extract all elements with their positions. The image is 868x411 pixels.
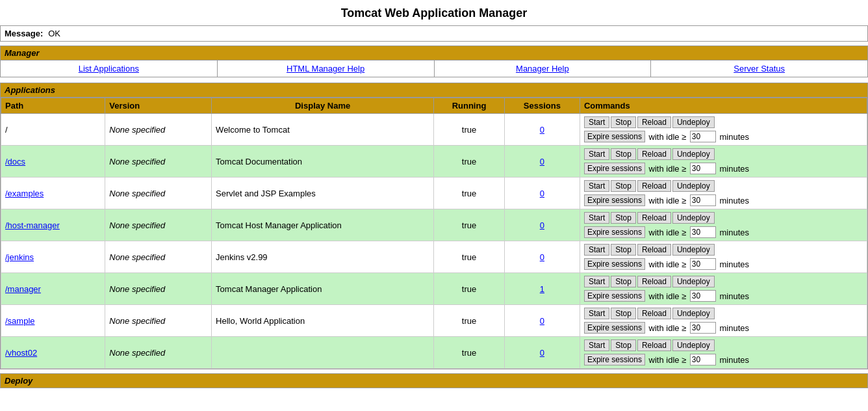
idle-input[interactable]	[690, 322, 716, 334]
reload-button[interactable]: Reload	[637, 148, 671, 160]
col-commands: Commands	[580, 98, 867, 114]
expire-sessions-button[interactable]: Expire sessions	[584, 131, 645, 142]
cell-display-name: Welcome to Tomcat	[212, 114, 434, 146]
session-link[interactable]: 0	[540, 125, 544, 135]
cell-path: /docs	[1, 146, 105, 178]
start-button[interactable]: Start	[584, 308, 609, 319]
idle-input[interactable]	[690, 258, 716, 270]
path-link[interactable]: /sample	[5, 316, 35, 326]
session-link[interactable]: 0	[540, 348, 544, 358]
expire-sessions-button[interactable]: Expire sessions	[584, 163, 645, 174]
start-button[interactable]: Start	[584, 276, 609, 287]
undeploy-button[interactable]: Undeploy	[672, 244, 715, 256]
undeploy-button[interactable]: Undeploy	[672, 148, 715, 160]
undeploy-button[interactable]: Undeploy	[672, 116, 715, 128]
undeploy-button[interactable]: Undeploy	[672, 276, 715, 287]
undeploy-button[interactable]: Undeploy	[672, 180, 715, 192]
cell-sessions: 0	[504, 178, 580, 209]
undeploy-button[interactable]: Undeploy	[672, 339, 715, 351]
with-idle-label: with idle ≥	[646, 355, 689, 365]
idle-input[interactable]	[690, 194, 716, 206]
session-link[interactable]: 0	[540, 316, 544, 326]
reload-button[interactable]: Reload	[637, 116, 671, 128]
stop-button[interactable]: Stop	[611, 212, 636, 224]
cell-version: None specified	[105, 114, 212, 146]
stop-button[interactable]: Stop	[611, 244, 636, 256]
path-link[interactable]: /vhost02	[5, 348, 37, 358]
stop-button[interactable]: Stop	[611, 339, 636, 351]
table-row: /vhost02 None specified true 0 Start Sto…	[1, 337, 867, 369]
path-link[interactable]: /host-manager	[5, 220, 60, 230]
col-running: Running	[434, 98, 505, 114]
cell-running: true	[434, 241, 505, 273]
session-link[interactable]: 0	[540, 157, 544, 166]
session-link[interactable]: 1	[540, 284, 544, 294]
stop-button[interactable]: Stop	[611, 148, 636, 160]
start-button[interactable]: Start	[584, 116, 609, 128]
html-manager-help-link[interactable]: HTML Manager Help	[218, 60, 435, 77]
cell-running: true	[434, 273, 505, 305]
expire-sessions-button[interactable]: Expire sessions	[584, 258, 645, 270]
page-title: Tomcat Web Application Manager	[0, 0, 868, 25]
session-link[interactable]: 0	[540, 220, 544, 230]
message-label: Message:	[5, 29, 43, 38]
expire-sessions-button[interactable]: Expire sessions	[584, 290, 645, 302]
reload-button[interactable]: Reload	[637, 339, 671, 351]
cell-commands: Start Stop Reload Undeploy Expire sessio…	[580, 305, 867, 337]
reload-button[interactable]: Reload	[637, 276, 671, 287]
stop-button[interactable]: Stop	[611, 116, 636, 128]
with-idle-label: with idle ≥	[646, 291, 689, 301]
cell-path: /sample	[1, 305, 105, 337]
cell-version: None specified	[105, 273, 212, 305]
manager-help-link[interactable]: Manager Help	[435, 60, 652, 77]
server-status-link[interactable]: Server Status	[651, 60, 867, 77]
stop-button[interactable]: Stop	[611, 308, 636, 319]
idle-input[interactable]	[690, 354, 716, 365]
path-link[interactable]: /manager	[5, 284, 41, 294]
cell-display-name: Tomcat Manager Application	[212, 273, 434, 305]
expire-sessions-button[interactable]: Expire sessions	[584, 194, 645, 206]
expire-sessions-button[interactable]: Expire sessions	[584, 226, 645, 238]
cell-version: None specified	[105, 178, 212, 209]
cell-commands: Start Stop Reload Undeploy Expire sessio…	[580, 209, 867, 241]
reload-button[interactable]: Reload	[637, 308, 671, 319]
idle-input[interactable]	[690, 290, 716, 302]
start-button[interactable]: Start	[584, 339, 609, 351]
expire-sessions-button[interactable]: Expire sessions	[584, 322, 645, 334]
reload-button[interactable]: Reload	[637, 212, 671, 224]
undeploy-button[interactable]: Undeploy	[672, 308, 715, 319]
col-sessions: Sessions	[504, 98, 580, 114]
expire-sessions-button[interactable]: Expire sessions	[584, 354, 645, 365]
cell-sessions: 0	[504, 305, 580, 337]
message-bar: Message: OK	[0, 25, 868, 42]
reload-button[interactable]: Reload	[637, 244, 671, 256]
idle-input[interactable]	[690, 226, 716, 238]
start-button[interactable]: Start	[584, 212, 609, 224]
minutes-label: minutes	[717, 196, 749, 206]
minutes-label: minutes	[717, 323, 749, 333]
path-link[interactable]: /docs	[5, 157, 25, 166]
stop-button[interactable]: Stop	[611, 180, 636, 192]
minutes-label: minutes	[717, 259, 749, 269]
undeploy-button[interactable]: Undeploy	[672, 212, 715, 224]
cell-sessions: 0	[504, 337, 580, 369]
cell-path: /vhost02	[1, 337, 105, 369]
cell-path: /examples	[1, 178, 105, 209]
start-button[interactable]: Start	[584, 148, 609, 160]
cell-display-name: Servlet and JSP Examples	[212, 178, 434, 209]
reload-button[interactable]: Reload	[637, 180, 671, 192]
list-applications-link[interactable]: List Applications	[1, 60, 218, 77]
idle-input[interactable]	[690, 131, 716, 142]
start-button[interactable]: Start	[584, 244, 609, 256]
idle-input[interactable]	[690, 163, 716, 174]
cell-display-name	[212, 337, 434, 369]
table-row: /docs None specified Tomcat Documentatio…	[1, 146, 867, 178]
path-link[interactable]: /examples	[5, 189, 44, 198]
start-button[interactable]: Start	[584, 180, 609, 192]
cell-commands: Start Stop Reload Undeploy Expire sessio…	[580, 178, 867, 209]
session-link[interactable]: 0	[540, 189, 544, 198]
session-link[interactable]: 0	[540, 252, 544, 262]
path-link[interactable]: /jenkins	[5, 252, 34, 262]
stop-button[interactable]: Stop	[611, 276, 636, 287]
cell-commands: Start Stop Reload Undeploy Expire sessio…	[580, 146, 867, 178]
